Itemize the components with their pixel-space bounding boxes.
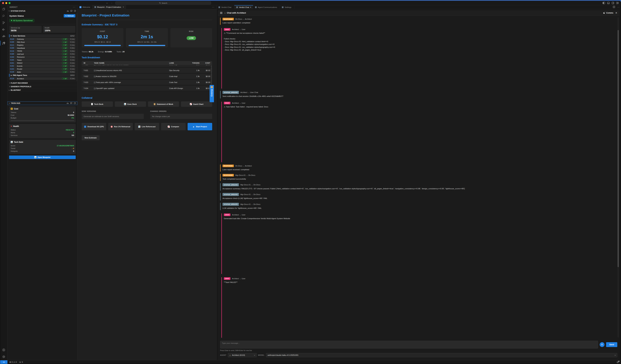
close-window-button[interactable] [2,2,4,4]
collateral-button[interactable]: Statement of Work [148,101,179,107]
service-port: 6100 [10,41,16,43]
service-row[interactable]: 6130 Aider ✓ UP 0.2ms [9,71,76,73]
message-type-badge: RESPONSE [223,165,234,167]
action-icon [168,126,170,128]
message-list[interactable]: RESPONSE Dir-Docs → Architect Lane repor… [218,16,310,182]
system-status-heading: System Status [9,15,64,17]
action-button[interactable]: Live Reforecast [135,123,159,130]
gauge-icon[interactable] [74,10,76,12]
action-button[interactable]: Start Project [188,123,212,130]
section-system-status[interactable]: SYSTEM STATUS [7,9,77,13]
forward-arrow-icon[interactable]: → [110,2,113,4]
service-row[interactable]: 6110 Architect ✓ UP 0.1ms [9,77,76,80]
collateral-button[interactable]: Tech Deck [82,101,113,107]
table-row[interactable]: T-021 [ ] Unauthorized access returns 40… [82,68,212,73]
message-body: ⚠ Task failed: Task failed - required la… [224,105,310,108]
collateral-button[interactable]: Exec Deck [115,101,146,107]
status-up-badge: ✓ UP [62,38,68,40]
message-route: Mgr-Docs-01 → Dir-Docs [235,174,255,176]
section-label: SANDBOX PROPOSALS [11,86,31,88]
close-tab-icon[interactable]: × [250,6,251,8]
status-text: UP [65,38,67,40]
welcome-book-icon [79,6,82,8]
action-button[interactable]: Download All (ZIP) [82,123,106,130]
new-estimate-button[interactable]: New Estimate [82,135,100,140]
group-core-services[interactable]: ▶ Core Services 12/12 [9,34,76,37]
action-button[interactable]: Compare [161,123,186,130]
table-scrollbar[interactable] [211,65,212,85]
sidebar-scrollbar[interactable] [76,13,77,81]
collateral-button[interactable]: Gantt Chart [181,101,212,107]
open-blueprint-button[interactable]: Open Blueprint [9,156,76,159]
table-row[interactable]: T-023 [ ] Tests pass with >95% coverage … [82,80,212,85]
section-sandbox-proposals[interactable]: SANDBOX PROPOSALS [7,85,77,88]
collateral-icon [154,103,155,105]
verdict-rocket-icon[interactable] [0,40,7,47]
task-name: [ ] Invalid input returns 400 with error… [92,65,167,65]
action-label: Compare [171,126,179,127]
section-blueprint[interactable]: BLUEPRINT [7,88,77,92]
service-row[interactable]: 6121 Registry ✓ UP 0.1ms [9,44,76,47]
service-latency: 0.2ms [69,53,75,55]
chart-icon[interactable] [67,10,69,12]
history-tab[interactable]: History [209,85,214,102]
comment-icon[interactable] [70,102,72,104]
source-control-icon[interactable] [0,19,7,26]
panel-tab[interactable]: Settings [280,5,294,9]
table-row[interactable]: T-020 [ ] Invalid input returns 400 with… [82,65,212,67]
table-body[interactable]: T-020 [ ] Invalid input returns 400 with… [82,65,212,92]
chat-title: Chat with Architect [227,12,246,14]
table-row[interactable]: T-024 [ ] OpenAPI spec updated Code-API-… [82,86,212,91]
task-name: [ ] OpenAPI spec updated [92,87,167,89]
task-tokens: 1.5k [189,87,202,89]
service-row[interactable]: 6105 Token ✓ UP 0.1ms [9,59,76,61]
service-row[interactable]: 6102 Events ✓ UP 0.1ms [9,64,76,67]
tab-welcome[interactable]: Welcome [77,5,92,9]
service-row[interactable]: 6180 JobCard ✓ UP 0.2ms [9,53,76,55]
panel-tab[interactable]: Verdict Chat [217,5,234,9]
panel-tab-label: Verdict Chat [239,6,249,8]
status-text: UP [65,41,67,43]
run-debug-icon[interactable] [0,26,7,33]
service-row[interactable]: 6101 WebUI ✓ UP 0.1ms [9,62,76,64]
comment-icon[interactable] [70,10,72,12]
refresh-button[interactable]: ↻Refresh [64,14,75,17]
explorer-icon[interactable] [0,6,7,13]
service-row[interactable]: 6109 Heartbeat ✓ UP 0.3ms [9,47,76,49]
service-row[interactable]: 6103 Router ✓ UP 0.1ms [9,68,76,70]
section-flight-recorder[interactable]: FLIGHT RECORDER [7,81,77,85]
service-row[interactable]: 6100 PAS Root ✓ UP 0.1ms [9,41,76,44]
service-port: 6180 [10,53,16,55]
group-pas-agent-tiers[interactable]: ▶ PAS Agent Tiers 13/13 [9,74,76,77]
activity-bar [0,5,7,182]
task-name: [ ] Tests pass with >95% coverage [92,81,167,83]
task-lane: Code-Impl [167,75,189,77]
tab-blueprint[interactable]: Blueprint - Project Estimation × [92,5,126,9]
panel-tab[interactable]: Agent Communications [253,5,280,9]
action-button[interactable]: Run 1% Rehearsal [108,123,133,130]
extensions-icon[interactable] [0,33,7,40]
sidebar-more-actions[interactable]: ··· [73,6,75,8]
editor-more-actions[interactable]: ··· [210,6,216,8]
menu-icon[interactable] [220,13,222,13]
status-text: UP [65,47,67,49]
search-view-icon[interactable] [0,13,7,19]
chart-icon[interactable] [67,102,69,104]
service-port: 6109 [10,47,16,49]
service-row[interactable]: 6120 Gateway ✓ UP 0.1ms [9,38,76,41]
gauge-icon[interactable] [74,102,76,104]
status-up-badge: ✓ UP [62,59,68,61]
back-arrow-icon[interactable]: ← [106,2,108,4]
global-search[interactable]: Search [115,1,211,4]
zoom-window-button[interactable] [9,2,11,4]
table-row[interactable]: T-022 [ ] Avatar resizes to 200x200 Code… [82,74,212,79]
minimize-window-button[interactable] [5,2,7,4]
message-route: Dir-Docs → Architect [235,18,252,20]
service-row[interactable]: 6116 TRON ✓ UP 0.2ms [9,50,76,52]
service-row[interactable]: 6104 Resource ✓ UP 0.1ms [9,56,76,59]
section-tron-hud[interactable]: TRON HUD [7,101,77,105]
collateral-icon [190,103,192,105]
close-tab-icon[interactable]: × [123,6,124,8]
action-label: Live Reforecast [142,126,155,127]
panel-tab[interactable]: Verdict Chat × [234,5,253,9]
